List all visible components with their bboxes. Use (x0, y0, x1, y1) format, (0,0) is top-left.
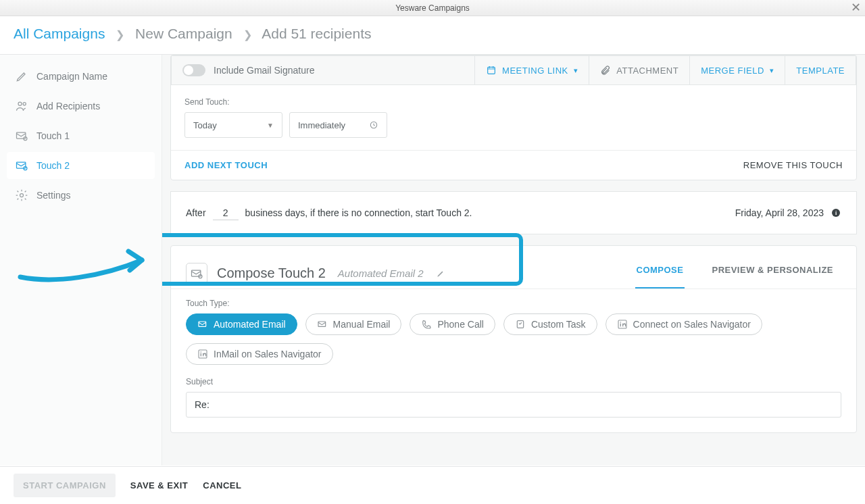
svg-rect-7 (488, 67, 495, 74)
chevron-down-icon: ▾ (574, 66, 578, 75)
touch-type-automated-email[interactable]: Automated Email (186, 313, 297, 335)
task-icon (515, 319, 526, 330)
mail-send-icon (15, 159, 28, 172)
touch-type-label: Touch Type: (186, 299, 841, 308)
chevron-right-icon: ❯ (116, 29, 124, 41)
touch-type-phone-call[interactable]: Phone Call (410, 313, 495, 335)
template-button[interactable]: TEMPLATE (785, 56, 856, 84)
linkedin-icon (617, 319, 628, 330)
editor-toolbar: Include Gmail Signature MEETING LINK ▾ A… (171, 55, 856, 85)
touch-type-manual-email[interactable]: Manual Email (305, 313, 402, 335)
mail-icon (197, 319, 208, 330)
window-title: Yesware Campaigns (395, 3, 470, 13)
sidebar-item-label: Settings (36, 190, 71, 201)
breadcrumb-new: New Campaign (135, 26, 232, 41)
clock-icon (369, 120, 378, 130)
save-exit-button[interactable]: SAVE & EXIT (130, 480, 188, 490)
meeting-link-button[interactable]: MEETING LINK ▾ (474, 56, 589, 84)
remove-touch-button[interactable]: REMOVE THIS TOUCH (743, 160, 843, 170)
sidebar-item-campaign-name[interactable]: Campaign Name (7, 63, 155, 90)
sidebar-item-settings[interactable]: Settings (7, 182, 155, 209)
touch-1-card: Include Gmail Signature MEETING LINK ▾ A… (170, 55, 857, 180)
linkedin-icon (197, 349, 208, 359)
sidebar: Campaign Name Add Recipients Touch 1 Tou… (0, 55, 162, 465)
subject-input[interactable] (186, 392, 841, 418)
signature-label: Include Gmail Signature (214, 65, 314, 76)
sidebar-item-label: Touch 2 (36, 160, 70, 171)
tab-preview[interactable]: PREVIEW & PERSONALIZE (710, 258, 835, 288)
mail-icon (317, 319, 328, 330)
sidebar-item-touch-2[interactable]: Touch 2 (7, 152, 155, 179)
tab-compose[interactable]: COMPOSE (635, 258, 685, 288)
footer-actions: START CAMPAIGN SAVE & EXIT CANCEL (0, 466, 865, 504)
sidebar-item-label: Campaign Name (36, 71, 107, 82)
svg-point-6 (20, 194, 24, 197)
svg-point-0 (18, 102, 22, 105)
phone-icon (421, 319, 432, 330)
info-icon[interactable]: i (831, 207, 841, 218)
svg-rect-20 (201, 353, 201, 357)
pencil-icon (15, 70, 28, 83)
attachment-button[interactable]: ATTACHMENT (589, 56, 689, 84)
send-time-select[interactable]: Immediately (289, 112, 387, 138)
delay-suffix: business days, if there is no connection… (245, 207, 472, 218)
edit-icon[interactable] (436, 269, 445, 278)
sidebar-item-touch-1[interactable]: Touch 1 (7, 122, 155, 149)
touch-type-inmail-navigator[interactable]: InMail on Sales Navigator (186, 343, 333, 365)
compose-subtitle: Automated Email 2 (338, 268, 424, 279)
touch-icon (186, 263, 207, 284)
breadcrumb: All Campaigns ❯ New Campaign ❯ Add 51 re… (0, 16, 865, 55)
chevron-right-icon: ❯ (243, 29, 252, 41)
cancel-button[interactable]: CANCEL (203, 480, 241, 490)
main-content: Include Gmail Signature MEETING LINK ▾ A… (162, 55, 865, 465)
touch-type-custom-task[interactable]: Custom Task (503, 313, 597, 335)
sidebar-item-add-recipients[interactable]: Add Recipients (7, 93, 155, 120)
breadcrumb-add: Add 51 recipients (262, 26, 371, 41)
signature-toggle[interactable] (182, 64, 205, 76)
compose-touch-card: Compose Touch 2 Automated Email 2 COMPOS… (170, 245, 857, 433)
send-touch-label: Send Touch: (184, 97, 843, 107)
svg-point-18 (620, 322, 621, 323)
paperclip-icon (600, 65, 611, 76)
start-campaign-button[interactable]: START CAMPAIGN (14, 474, 116, 497)
sidebar-item-label: Add Recipients (36, 101, 100, 111)
send-day-select[interactable]: Today ▼ (184, 112, 282, 138)
delay-days-input[interactable] (213, 206, 239, 220)
window-titlebar: Yesware Campaigns ✕ (0, 0, 865, 16)
svg-rect-17 (620, 324, 620, 327)
mail-send-icon (15, 129, 28, 143)
people-icon (15, 99, 28, 113)
gear-icon (15, 188, 28, 202)
svg-rect-13 (199, 322, 206, 326)
add-next-touch-button[interactable]: ADD NEXT TOUCH (184, 160, 268, 170)
delay-prefix: After (186, 207, 206, 218)
caret-down-icon: ▼ (267, 122, 274, 129)
chevron-down-icon: ▾ (770, 66, 774, 75)
signature-toggle-group: Include Gmail Signature (172, 64, 474, 76)
calendar-icon (486, 65, 497, 76)
svg-point-1 (23, 103, 26, 105)
touch-type-connect-navigator[interactable]: Connect on Sales Navigator (606, 313, 762, 335)
svg-point-21 (201, 351, 202, 353)
touch-delay-panel: After business days, if there is no conn… (170, 191, 857, 234)
merge-field-button[interactable]: MERGE FIELD ▾ (689, 56, 785, 84)
close-icon[interactable]: ✕ (851, 0, 861, 15)
subject-label: Subject (186, 377, 841, 386)
delay-date: Friday, April 28, 2023 (735, 207, 824, 218)
sidebar-item-label: Touch 1 (36, 130, 70, 141)
svg-rect-14 (318, 322, 326, 326)
compose-title: Compose Touch 2 (217, 266, 326, 281)
breadcrumb-root[interactable]: All Campaigns (14, 26, 105, 41)
